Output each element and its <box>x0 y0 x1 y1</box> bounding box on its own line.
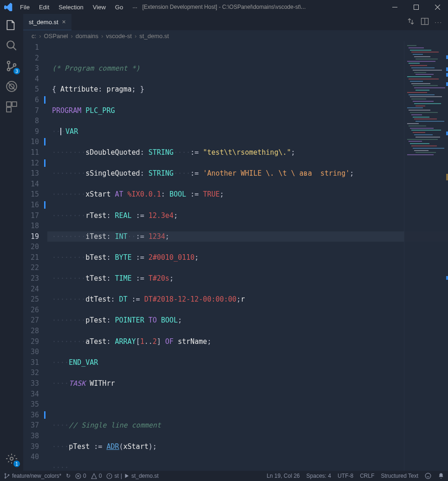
tab-close-icon[interactable]: × <box>62 18 66 26</box>
svg-point-13 <box>5 474 6 474</box>
svg-rect-10 <box>6 107 11 112</box>
activity-bar: 3 1 <box>0 14 23 471</box>
editor-actions: ··· <box>407 14 448 30</box>
current-line-highlight <box>47 231 448 242</box>
close-button[interactable] <box>427 0 448 14</box>
indentation[interactable]: Spaces: 4 <box>306 473 331 479</box>
menu-go[interactable]: Go <box>111 2 127 13</box>
code-token: (* Program comment *) <box>52 64 140 72</box>
debug-icon[interactable] <box>5 80 18 93</box>
sync-icon[interactable]: ↻ <box>66 473 71 479</box>
menu-edit[interactable]: Edit <box>35 2 53 13</box>
settings-badge: 1 <box>13 461 20 467</box>
breadcrumb-part[interactable]: st_demo.st <box>139 33 169 40</box>
menubar: File Edit Selection View Go ··· <box>16 2 141 13</box>
svg-point-18 <box>425 473 431 479</box>
split-editor-icon[interactable] <box>421 17 429 27</box>
explorer-icon[interactable] <box>5 19 18 32</box>
extensions-icon[interactable] <box>5 100 18 113</box>
settings-icon[interactable]: 1 <box>5 452 18 465</box>
breadcrumb-part[interactable]: OSPanel <box>44 33 68 40</box>
chevron-right-icon: › <box>71 33 73 40</box>
eol[interactable]: CRLF <box>360 473 374 479</box>
line-gutter: 1234567891011121314151617181920212223242… <box>23 41 47 471</box>
problems[interactable]: 0 0 <box>75 473 102 479</box>
svg-rect-0 <box>392 7 397 7</box>
statusbar: feature/new_colors* ↻ 0 0 st | st_demo.s… <box>0 471 448 481</box>
chevron-right-icon: › <box>135 33 136 40</box>
compare-changes-icon[interactable] <box>407 17 415 27</box>
language-mode[interactable]: Structured Text <box>381 473 418 479</box>
chevron-right-icon: › <box>39 33 41 40</box>
menu-view[interactable]: View <box>89 2 110 13</box>
notifications-icon[interactable] <box>438 473 444 479</box>
svg-point-11 <box>10 457 13 461</box>
tab-st-demo[interactable]: st_demo.st × <box>23 14 71 30</box>
minimap[interactable] <box>404 41 448 471</box>
code-area[interactable]: 1234567891011121314151617181920212223242… <box>23 41 448 471</box>
editor-tabs: st_demo.st × ··· <box>23 14 448 30</box>
svg-rect-8 <box>6 102 11 106</box>
menu-selection[interactable]: Selection <box>55 2 87 13</box>
titlebar: File Edit Selection View Go ··· [Extensi… <box>0 0 448 14</box>
window-title: [Extension Development Host] - C:\OSPane… <box>142 4 305 10</box>
editor-area: st_demo.st × ··· c:› OSPanel› domains› v… <box>23 14 448 471</box>
svg-point-4 <box>7 68 10 71</box>
more-actions-icon[interactable]: ··· <box>435 19 442 26</box>
breadcrumb-part[interactable]: c: <box>32 33 36 40</box>
tab-label: st_demo.st <box>29 19 58 26</box>
maximize-button[interactable] <box>405 0 427 14</box>
svg-point-15 <box>8 474 9 475</box>
encoding[interactable]: UTF-8 <box>338 473 353 479</box>
svg-rect-9 <box>12 102 17 106</box>
svg-point-2 <box>7 41 14 48</box>
code-content[interactable]: (* Program comment *) { Attribute: pragm… <box>47 41 448 471</box>
app-icon <box>0 3 16 11</box>
svg-point-5 <box>13 64 16 66</box>
window-controls <box>384 0 448 14</box>
svg-rect-1 <box>414 5 418 9</box>
breadcrumb-part[interactable]: domains <box>76 33 98 40</box>
git-branch[interactable]: feature/new_colors* <box>4 473 61 479</box>
debug-info[interactable]: st | st_demo.st <box>106 473 158 479</box>
breadcrumb-part[interactable]: vscode-st <box>106 33 132 40</box>
search-icon[interactable] <box>5 39 18 52</box>
minimize-button[interactable] <box>384 0 405 14</box>
menu-file[interactable]: File <box>16 2 33 13</box>
cursor-position[interactable]: Ln 19, Col 26 <box>266 473 299 479</box>
feedback-icon[interactable] <box>425 473 431 479</box>
breadcrumbs[interactable]: c:› OSPanel› domains› vscode-st› st_demo… <box>23 30 448 41</box>
svg-point-14 <box>5 477 6 478</box>
scm-badge: 3 <box>13 68 20 74</box>
svg-point-3 <box>7 61 10 64</box>
chevron-right-icon: › <box>101 33 103 40</box>
source-control-icon[interactable]: 3 <box>5 59 18 72</box>
menu-more[interactable]: ··· <box>129 2 141 13</box>
